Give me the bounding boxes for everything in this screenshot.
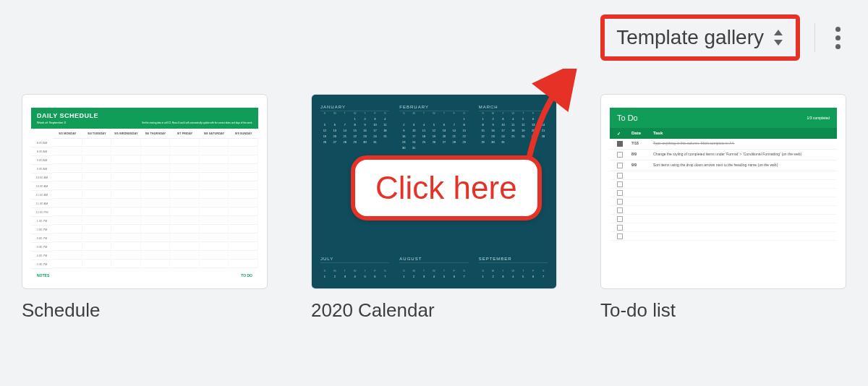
calendar-day: 4	[420, 123, 428, 126]
schedule-cell	[111, 234, 141, 242]
calendar-day-header: S	[380, 111, 389, 115]
schedule-cell	[141, 156, 171, 164]
todo-title: To Do	[617, 113, 638, 122]
calendar-day: 17	[371, 129, 380, 132]
checkbox-icon	[617, 207, 623, 213]
template-card-schedule[interactable]: DAILY SCHEDULE Week of: September 3 Set …	[22, 94, 268, 289]
schedule-cell	[111, 217, 141, 225]
calendar-day: 30	[399, 146, 408, 150]
schedule-cell	[141, 243, 171, 251]
schedule-cell	[141, 165, 171, 173]
schedule-cell	[53, 260, 82, 268]
schedule-cell	[170, 147, 200, 155]
schedule-time: 9:30 AM	[31, 165, 53, 173]
schedule-cell	[111, 252, 141, 260]
calendar-day: 21	[341, 134, 349, 138]
schedule-cell	[82, 260, 112, 268]
template-card-todo[interactable]: To Do 1/3 completed ✓ Date Task 7/18 Typ…	[600, 94, 846, 289]
calendar-day: 6	[450, 275, 459, 278]
checkbox-icon	[617, 181, 623, 187]
calendar-day: 7	[539, 275, 548, 278]
schedule-cell	[229, 208, 258, 216]
calendar-day: 22	[460, 134, 469, 138]
calendar-day: 22	[479, 134, 488, 138]
calendar-day: 1	[479, 275, 488, 278]
calendar-day: 6	[440, 123, 448, 126]
calendar-day: 3	[498, 117, 507, 121]
calendar-day: 2	[361, 117, 370, 121]
schedule-cell	[111, 156, 141, 164]
calendar-day-header: T	[420, 269, 428, 273]
schedule-cell	[82, 182, 112, 190]
calendar-day: 6	[371, 275, 380, 278]
todo-task: Change the styling of completed items un…	[653, 152, 830, 156]
annotation-callout-text: Click here	[375, 170, 517, 205]
schedule-cell	[141, 217, 171, 225]
calendar-day: 29	[479, 140, 488, 144]
schedule-day-header: 9/7 FRIDAY	[170, 129, 200, 139]
dot-icon	[835, 27, 841, 32]
calendar-day-header: T	[341, 111, 349, 115]
calendar-month-name: AUGUST	[399, 257, 468, 263]
calendar-day: 11	[420, 129, 428, 132]
calendar-day-header: T	[361, 111, 370, 115]
checkbox-icon	[617, 225, 623, 231]
schedule-cell	[53, 200, 82, 207]
calendar-day: 25	[380, 134, 389, 138]
schedule-cell	[141, 252, 171, 260]
todo-empty-row	[610, 171, 837, 180]
schedule-cell	[141, 147, 171, 155]
schedule-cell	[82, 243, 112, 251]
todo-empty-row	[610, 180, 837, 189]
schedule-cell	[111, 173, 141, 181]
calendar-day: 17	[409, 134, 418, 138]
schedule-cell	[53, 182, 82, 190]
calendar-day-header: W	[509, 111, 517, 115]
schedule-cell	[200, 139, 229, 147]
schedule-cell	[82, 252, 112, 260]
schedule-time: 2:00 PM	[31, 226, 53, 234]
schedule-cell	[53, 234, 82, 242]
calendar-day: 28	[341, 140, 349, 144]
template-gallery-button[interactable]: Template gallery	[600, 14, 800, 61]
schedule-time: 8:30 AM	[31, 147, 53, 156]
schedule-cell	[141, 260, 171, 268]
calendar-day-header: F	[371, 269, 380, 273]
calendar-day: 24	[371, 134, 380, 138]
schedule-cell	[141, 226, 171, 233]
calendar-month-name: JULY	[320, 257, 389, 263]
schedule-cell	[82, 139, 112, 147]
schedule-subtitle: Week of: September 3	[37, 121, 98, 124]
calendar-day: 1	[351, 117, 359, 121]
calendar-day: 1	[320, 275, 329, 278]
calendar-day: 19	[430, 134, 438, 138]
schedule-cell	[229, 147, 258, 155]
schedule-day-header: 9/5 WEDNESDAY	[111, 129, 141, 139]
calendar-day: 2	[489, 117, 498, 121]
schedule-time: 10:30 AM	[31, 182, 53, 191]
calendar-day-header: S	[479, 111, 488, 115]
template-gallery-label: Template gallery	[616, 26, 764, 49]
schedule-day-header: 9/8 SATURDAY	[200, 129, 229, 139]
divider	[814, 23, 815, 52]
calendar-day: 21	[450, 134, 459, 138]
calendar-day: 30	[361, 140, 370, 144]
calendar-day: 10	[498, 123, 507, 126]
calendar-day-header: M	[331, 269, 339, 273]
schedule-cell	[170, 217, 200, 225]
schedule-cell	[53, 191, 82, 199]
calendar-day: 3	[409, 123, 418, 126]
schedule-time: 3:00 PM	[31, 234, 53, 243]
schedule-note: Set the starting date in cell C2. Rows 3…	[142, 121, 252, 124]
calendar-day: 16	[489, 129, 498, 132]
more-options-button[interactable]	[830, 21, 846, 55]
calendar-day: 2	[489, 275, 498, 278]
schedule-cell	[229, 173, 258, 181]
annotation-callout: Click here	[351, 155, 542, 220]
dot-icon	[835, 35, 841, 40]
schedule-cell	[229, 234, 258, 242]
schedule-cell	[200, 173, 229, 181]
todo-counter: 1/3 completed	[807, 116, 830, 120]
schedule-cell	[170, 191, 200, 199]
schedule-cell	[170, 260, 200, 268]
